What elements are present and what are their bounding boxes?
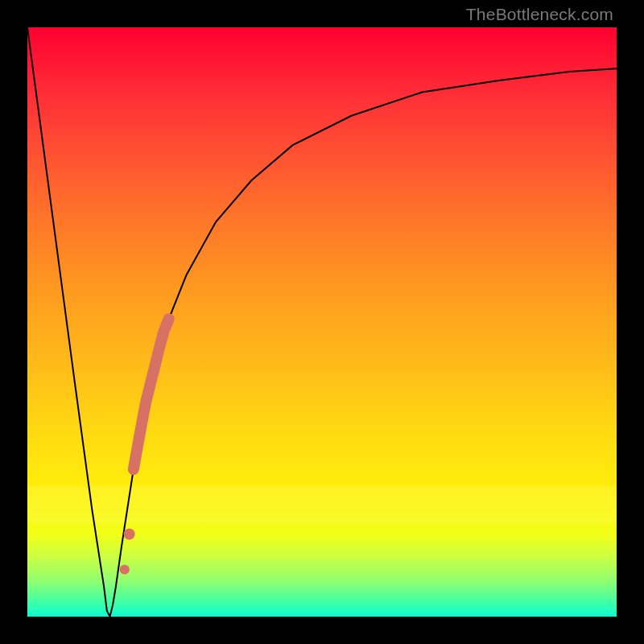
curve-layer <box>27 27 617 617</box>
attribution-text: TheBottleneck.com <box>466 5 613 24</box>
bottleneck-curve <box>27 27 617 617</box>
marker-dot-2 <box>120 564 130 574</box>
chart-frame: TheBottleneck.com <box>0 0 644 644</box>
plot-area <box>27 27 617 617</box>
marker-dot-1 <box>124 529 135 540</box>
highlighted-segment <box>134 319 169 469</box>
